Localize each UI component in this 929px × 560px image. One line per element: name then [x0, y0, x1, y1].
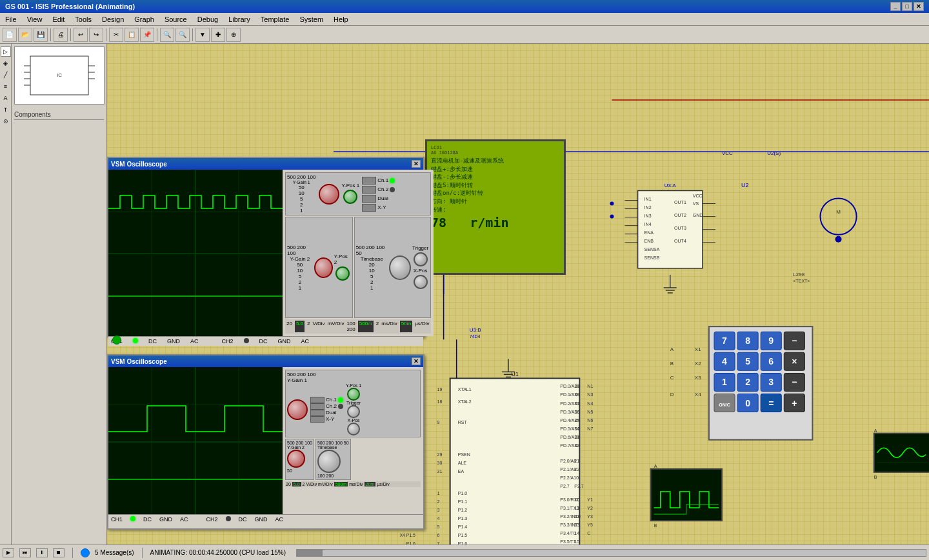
wire-tool[interactable]: ╱	[1, 70, 11, 80]
new-button[interactable]: 📄	[3, 28, 17, 42]
osc1-xpos-knob[interactable]	[414, 275, 428, 289]
osc1-trigger-knob[interactable]	[414, 252, 428, 266]
zoom-out[interactable]: 🔍	[175, 28, 190, 42]
osc2-close-button[interactable]: ✕	[412, 357, 421, 365]
osc2-trigger-knob[interactable]	[347, 405, 360, 418]
svg-text:4: 4	[722, 356, 727, 366]
menu-item-design[interactable]: Design	[97, 13, 129, 25]
print-button[interactable]: 🖨	[54, 28, 68, 42]
osc2-xy-switch[interactable]: X-Y	[310, 416, 343, 423]
zoom-in[interactable]: 🔍	[160, 28, 174, 42]
window-title: GS 001 - ISIS Professional (Animating)	[5, 3, 890, 10]
menu-item-file[interactable]: File	[0, 13, 22, 25]
component-preview: IC	[14, 46, 105, 105]
save-button[interactable]: 💾	[34, 28, 48, 42]
osc1-ypos1-knob[interactable]	[343, 190, 357, 204]
svg-text:X4: X4	[399, 533, 405, 537]
pause-button[interactable]: ⏸	[36, 548, 48, 557]
svg-text:IN2: IN2	[644, 205, 652, 210]
osc2-timebase-section: 500 200 100 50 Timebase 100 200	[315, 439, 351, 480]
component-tool[interactable]: ⊕	[226, 28, 241, 42]
bus-tool[interactable]: ≡	[1, 81, 11, 92]
svg-text:P1.4: P1.4	[458, 525, 468, 529]
ch2-switch[interactable]: Ch.2	[362, 186, 395, 194]
stop-button[interactable]: ⏹	[53, 548, 65, 557]
osc2-dual-switch[interactable]: Dual	[310, 410, 343, 416]
svg-text:9: 9	[437, 420, 440, 425]
open-button[interactable]: 📂	[18, 28, 32, 42]
label-tool[interactable]: A	[1, 93, 11, 103]
wire-tool[interactable]: ✚	[211, 28, 225, 42]
svg-text:B: B	[670, 361, 674, 366]
osc2-ygain2-knob[interactable]	[287, 450, 305, 468]
svg-text:X3: X3	[695, 375, 701, 381]
probe-tool[interactable]: ⊙	[1, 116, 11, 126]
svg-point-43	[820, 199, 856, 235]
minimize-button[interactable]: _	[890, 2, 901, 11]
window-controls[interactable]: _ □ ✕	[890, 2, 924, 11]
menu-item-help[interactable]: Help	[328, 13, 354, 25]
svg-text:18: 18	[437, 399, 443, 404]
svg-text:N1: N1	[587, 384, 593, 388]
svg-text:X1: X1	[695, 346, 701, 352]
osc2-ygain1-section: 500 200 100 Y-Gain 1 Ch.1	[285, 370, 421, 437]
maximize-button[interactable]: □	[902, 2, 912, 11]
osc1-ygain1-knob[interactable]	[319, 184, 339, 205]
svg-text:IN3: IN3	[644, 214, 652, 218]
osc1-msdiv-val: 500m	[358, 321, 374, 332]
svg-text:IN1: IN1	[644, 197, 652, 201]
menu-item-debug[interactable]: Debug	[192, 13, 223, 25]
osc1-close-button[interactable]: ✕	[412, 160, 421, 168]
svg-rect-192	[874, 434, 929, 472]
xy-switch[interactable]: X-Y	[362, 204, 395, 212]
osc2-ygain1-knob[interactable]	[287, 399, 308, 420]
svg-text:7: 7	[722, 335, 727, 346]
close-button[interactable]: ✕	[914, 2, 924, 11]
osc2-timebase-knob[interactable]	[317, 450, 341, 473]
menu-item-graph[interactable]: Graph	[129, 13, 159, 25]
ch1-led	[390, 178, 395, 183]
osc2-ch2-label: CH2	[206, 516, 218, 523]
svg-point-45	[835, 236, 842, 243]
menu-item-edit[interactable]: Edit	[47, 13, 70, 25]
menu-item-system[interactable]: System	[294, 13, 328, 25]
cut-button[interactable]: ✂	[109, 28, 123, 42]
select-tool[interactable]: ▼	[195, 28, 210, 42]
menu-item-library[interactable]: Library	[223, 13, 255, 25]
paste-button[interactable]: 📌	[140, 28, 154, 42]
copy-button[interactable]: 📋	[125, 28, 139, 42]
menu-item-view[interactable]: View	[22, 13, 48, 25]
message-count: 5 Message(s)	[95, 549, 134, 556]
menu-bar: FileViewEditToolsDesignGraphSourceDebugL…	[0, 13, 929, 26]
title-bar: GS 001 - ISIS Professional (Animating) _…	[0, 0, 929, 13]
menu-item-source[interactable]: Source	[159, 13, 192, 25]
svg-text:VCC: VCC	[693, 194, 703, 198]
svg-text:21: 21	[574, 459, 579, 463]
osc1-timebase-knob[interactable]	[389, 255, 411, 280]
dual-switch[interactable]: Dual	[362, 195, 395, 203]
step-button[interactable]: ⏭	[19, 548, 31, 557]
svg-text:31: 31	[437, 469, 443, 474]
ch1-switch[interactable]: Ch.1	[362, 177, 395, 185]
osc2-ch2-switch[interactable]: Ch.2	[310, 403, 343, 410]
play-button[interactable]: ▶	[3, 548, 14, 557]
osc2-ypos1-knob[interactable]	[347, 388, 360, 401]
osc1-vdiv-val: 5.0	[295, 321, 305, 332]
select-tool[interactable]: ▷	[1, 46, 11, 57]
status-scrollbar[interactable]	[296, 549, 926, 557]
text-tool[interactable]: T	[1, 105, 11, 115]
canvas-area[interactable]: U3:A IN1 IN2 IN3 IN4 ENA ENB SENSA SENSB…	[107, 44, 929, 545]
scrollbar-thumb[interactable]	[297, 550, 323, 556]
osc2-xpos-knob[interactable]	[347, 423, 360, 435]
undo-button[interactable]: ↩	[74, 28, 88, 42]
osc2-waveform	[108, 367, 283, 514]
osc2-ch1-switch[interactable]: Ch.1	[310, 397, 343, 403]
menu-item-tools[interactable]: Tools	[70, 13, 97, 25]
osc1-scale-readouts: 20 5.0 2 V/Div mV/Div 100 200 500m 2 ms/…	[285, 319, 431, 334]
osc1-ypos2-knob[interactable]	[335, 266, 350, 281]
menu-item-template[interactable]: Template	[255, 13, 295, 25]
osc1-ygain2-knob[interactable]	[314, 257, 333, 278]
osc2-ch1-bottom-led	[130, 516, 135, 521]
redo-button[interactable]: ↪	[89, 28, 103, 42]
component-tool[interactable]: ◈	[1, 58, 11, 68]
